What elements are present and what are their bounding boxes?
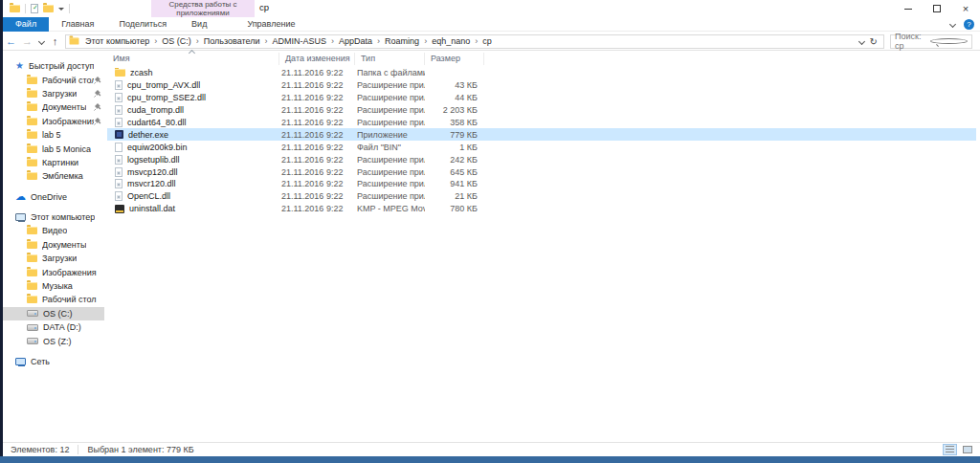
breadcrumb-segment[interactable]: ADMIN-ASUS <box>260 36 327 46</box>
file-name: cpu_tromp_SSE2.dll <box>127 93 206 102</box>
file-row[interactable]: cudart64_80.dll 21.11.2016 9:22 Расширен… <box>107 117 976 129</box>
breadcrumb-segment[interactable]: cp <box>470 36 492 46</box>
tab-home[interactable]: Главная <box>49 17 106 32</box>
up-button[interactable]: ↑ <box>47 35 63 47</box>
file-name-cell: uninstall.dat <box>107 204 279 213</box>
search-icon[interactable] <box>930 38 968 44</box>
sidebar-item[interactable]: Музыка <box>3 279 104 293</box>
file-name: uninstall.dat <box>129 204 175 213</box>
breadcrumb-segment[interactable]: Roaming <box>372 36 419 46</box>
sidebar-item[interactable]: Рабочий стол <box>3 73 104 86</box>
sidebar-item-label: Документы <box>42 102 86 112</box>
breadcrumb-segment[interactable]: AppData <box>326 36 372 46</box>
sidebar-item-label: lab 5 <box>42 130 61 140</box>
file-date: 21.11.2016 9:22 <box>279 93 355 102</box>
sidebar-item[interactable]: Документы <box>3 100 104 114</box>
sidebar-item-icon <box>27 103 37 111</box>
file-row[interactable]: equiw200k9.bin 21.11.2016 9:22 Файл "BIN… <box>107 141 976 153</box>
address-dropdown-icon[interactable] <box>858 37 865 44</box>
help-icon[interactable]: ? <box>964 19 974 30</box>
window-controls: × <box>894 0 980 17</box>
forward-button[interactable]: → <box>19 35 35 47</box>
file-row[interactable]: OpenCL.dll 21.11.2016 9:22 Расширение пр… <box>107 190 976 203</box>
tab-manage[interactable]: Управление <box>234 17 307 32</box>
tab-file[interactable]: Файл <box>3 17 49 32</box>
file-row[interactable]: uninstall.dat 21.11.2016 9:22 KMP - MPEG… <box>107 203 976 215</box>
close-button[interactable]: × <box>951 0 980 17</box>
file-row[interactable]: zcash 21.11.2016 9:22 Папка с файлами <box>107 67 976 79</box>
sidebar-item[interactable]: Сеть <box>3 355 104 368</box>
sidebar-item[interactable]: OS (C:) <box>3 307 104 320</box>
address-box[interactable]: Этот компьютерOS (C:)ПользователиADMIN-A… <box>65 34 884 49</box>
breadcrumb-segment[interactable]: Этот компьютер <box>85 36 149 46</box>
sidebar-item[interactable]: Изображения <box>3 115 104 128</box>
file-size: 780 КБ <box>425 204 484 213</box>
properties-icon[interactable] <box>31 4 38 13</box>
sidebar-item-label: Видео <box>42 226 67 235</box>
column-header-type[interactable]: Тип <box>355 53 425 65</box>
breadcrumb-segment[interactable]: OS (C:) <box>149 36 191 46</box>
recent-locations-icon[interactable] <box>35 39 47 44</box>
file-row[interactable]: cuda_tromp.dll 21.11.2016 9:22 Расширени… <box>107 104 976 117</box>
column-header-date[interactable]: Дата изменения <box>279 53 355 65</box>
collapse-ribbon-icon[interactable] <box>949 21 956 28</box>
sidebar-item[interactable]: Этот компьютер <box>3 210 104 224</box>
maximize-button[interactable] <box>923 0 951 17</box>
file-size: 44 КБ <box>425 93 484 102</box>
file-name-cell: equiw200k9.bin <box>107 143 279 152</box>
sidebar-item-icon <box>27 254 37 262</box>
breadcrumb-segment[interactable]: Пользователи <box>191 36 260 46</box>
customize-toolbar-icon[interactable] <box>58 8 64 11</box>
sidebar-item[interactable]: Видео <box>3 224 104 237</box>
file-name-cell: msvcp120.dll <box>107 167 279 177</box>
search-input[interactable]: Поиск: cp <box>890 34 972 49</box>
minimize-icon <box>904 9 912 10</box>
folder-icon[interactable] <box>10 5 20 12</box>
thumbnails-view-button[interactable] <box>960 444 974 455</box>
sidebar-item[interactable]: lab 5 <box>3 128 104 142</box>
sidebar-item[interactable]: Загрузки <box>3 252 104 265</box>
back-button[interactable]: ← <box>3 35 19 47</box>
sidebar-item-label: Загрузки <box>42 89 77 99</box>
column-header-size[interactable]: Размер <box>425 53 484 65</box>
sidebar-item-label: Быстрый доступ <box>29 61 94 71</box>
new-folder-icon[interactable] <box>43 5 54 12</box>
sidebar-item-label: Картинки <box>42 158 78 167</box>
file-row[interactable]: msvcr120.dll 21.11.2016 9:22 Расширение … <box>107 178 976 190</box>
status-bar: Элементов: 12 Выбран 1 элемент: 779 КБ <box>3 442 980 456</box>
refresh-icon[interactable]: ↻ <box>870 36 878 47</box>
minimize-button[interactable] <box>894 0 923 17</box>
breadcrumb-segment[interactable]: eqh_nano <box>419 36 470 46</box>
sidebar-item[interactable]: Эмблемка <box>3 169 104 183</box>
sidebar-item[interactable]: Рабочий стол <box>3 293 104 306</box>
sidebar-item-label: Изображения <box>42 117 94 126</box>
sidebar-item-label: Изображения <box>42 268 97 277</box>
sidebar-item[interactable]: Быстрый доступ <box>3 59 104 73</box>
sidebar-item[interactable]: DATA (D:) <box>3 320 104 334</box>
sidebar-item[interactable]: Картинки <box>3 156 104 169</box>
details-view-button[interactable] <box>943 444 957 455</box>
file-name: dether.exe <box>128 130 168 140</box>
tab-view[interactable]: Вид <box>179 17 219 32</box>
file-type-icon <box>115 118 122 127</box>
file-date: 21.11.2016 9:22 <box>279 191 355 201</box>
sidebar-item[interactable]: OneDrive <box>3 190 104 204</box>
file-size: 2 203 КБ <box>425 105 484 115</box>
sidebar-item-label: OS (Z:) <box>43 337 72 346</box>
sidebar-item[interactable]: Документы <box>3 238 104 252</box>
tab-share[interactable]: Поделиться <box>106 17 179 32</box>
file-row[interactable]: msvcp120.dll 21.11.2016 9:22 Расширение … <box>107 165 976 178</box>
sidebar-item[interactable]: Загрузки <box>3 87 104 100</box>
sidebar-item-icon <box>27 145 37 153</box>
file-row[interactable]: cpu_tromp_SSE2.dll 21.11.2016 9:22 Расши… <box>107 92 976 104</box>
file-name-cell: zcash <box>107 68 279 77</box>
file-row[interactable]: logsetuplib.dll 21.11.2016 9:22 Расширен… <box>107 153 976 165</box>
file-row[interactable]: cpu_tromp_AVX.dll 21.11.2016 9:22 Расшир… <box>107 79 976 92</box>
sidebar-item[interactable]: lab 5 Monica <box>3 142 104 155</box>
file-row[interactable]: dether.exe 21.11.2016 9:22 Приложение 77… <box>107 128 976 141</box>
sidebar-item[interactable]: Изображения <box>3 265 104 278</box>
sidebar-item-icon <box>27 269 37 276</box>
file-date: 21.11.2016 9:22 <box>279 118 355 127</box>
sidebar-item[interactable]: OS (Z:) <box>3 334 104 347</box>
file-name: cpu_tromp_AVX.dll <box>127 80 200 90</box>
